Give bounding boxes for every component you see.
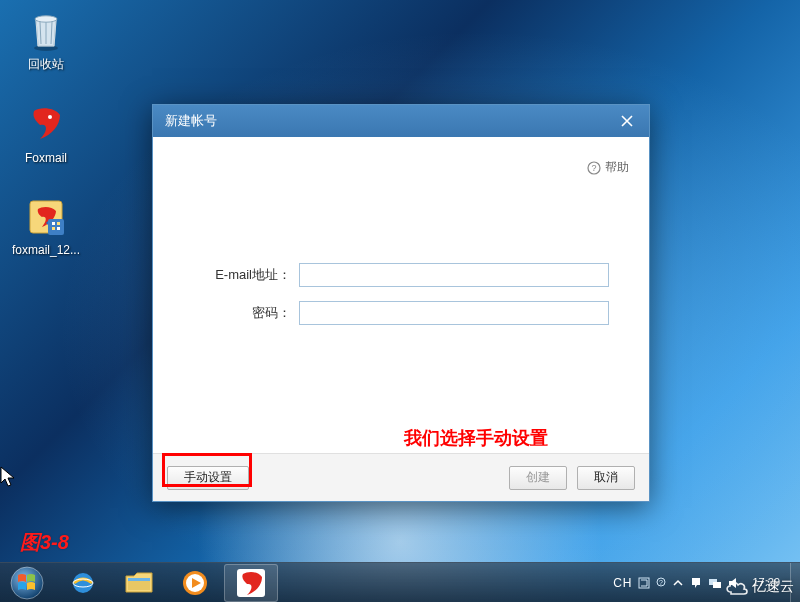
taskbar-item-media-player[interactable]: [168, 564, 222, 602]
svg-rect-23: [713, 582, 721, 588]
media-player-icon: [181, 569, 209, 597]
taskbar: CH ? 17:29: [0, 562, 800, 602]
desktop-icon-label: Foxmail: [25, 151, 67, 165]
svg-rect-8: [57, 227, 60, 230]
close-icon: [621, 115, 633, 127]
email-label: E-mail地址：: [193, 266, 299, 284]
help-icon: ?: [587, 161, 601, 175]
figure-label: 图3-8: [20, 529, 69, 556]
manual-setup-button[interactable]: 手动设置: [167, 466, 249, 490]
cancel-button[interactable]: 取消: [577, 466, 635, 490]
taskbar-item-ie[interactable]: [56, 564, 110, 602]
svg-rect-6: [57, 222, 60, 225]
email-input[interactable]: [299, 263, 609, 287]
dialog-title: 新建帐号: [165, 112, 217, 130]
ime-options-icon[interactable]: [638, 577, 650, 589]
action-center-icon[interactable]: [690, 577, 702, 589]
desktop-icon-foxmail-installer[interactable]: foxmail_12...: [6, 191, 86, 259]
desktop-icon-recycle-bin[interactable]: 回收站: [6, 4, 86, 75]
desktop-icon-area: 回收站 Foxmail foxmail_12...: [6, 4, 86, 259]
create-button[interactable]: 创建: [509, 466, 567, 490]
help-label: 帮助: [605, 159, 629, 176]
dialog-body: ? 帮助 E-mail地址： 密码： 手动设置 创建 取消: [153, 137, 649, 501]
form-row-password: 密码：: [193, 301, 609, 325]
svg-rect-5: [52, 222, 55, 225]
desktop-icon-label: 回收站: [28, 56, 64, 73]
desktop-icon-foxmail[interactable]: Foxmail: [6, 99, 86, 167]
foxmail-icon: [22, 101, 70, 149]
svg-rect-15: [128, 578, 150, 581]
installer-icon: [22, 193, 70, 241]
dialog-close-button[interactable]: [605, 105, 649, 137]
password-input[interactable]: [299, 301, 609, 325]
new-account-dialog: 新建帐号 ? 帮助 E-mail地址： 密码： 手动设置: [152, 104, 650, 502]
svg-rect-4: [48, 219, 64, 235]
taskbar-item-explorer[interactable]: [112, 564, 166, 602]
svg-text:?: ?: [591, 163, 596, 173]
recycle-bin-icon: [22, 6, 70, 54]
ime-indicator[interactable]: CH: [613, 576, 632, 590]
taskbar-item-foxmail[interactable]: [224, 564, 278, 602]
svg-point-1: [35, 16, 57, 22]
foxmail-icon: [237, 569, 265, 597]
form-row-email: E-mail地址：: [193, 263, 609, 287]
svg-point-2: [48, 115, 52, 119]
folder-icon: [124, 570, 154, 596]
ie-icon: [69, 569, 97, 597]
task-items: [54, 563, 278, 602]
password-label: 密码：: [193, 304, 299, 322]
desktop-icon-label: foxmail_12...: [12, 243, 80, 257]
network-icon[interactable]: [708, 577, 722, 589]
account-form: E-mail地址： 密码：: [193, 263, 609, 339]
watermark-text: 亿速云: [752, 578, 794, 596]
help-link[interactable]: ? 帮助: [587, 159, 629, 176]
dialog-button-bar: 手动设置 创建 取消: [153, 453, 649, 501]
cloud-icon: [724, 578, 750, 596]
tray-chevron-icon[interactable]: [672, 577, 684, 589]
svg-text:?: ?: [660, 579, 664, 586]
dialog-titlebar[interactable]: 新建帐号: [153, 105, 649, 137]
ime-help-icon[interactable]: ?: [656, 577, 666, 589]
watermark: 亿速云: [724, 578, 794, 596]
svg-rect-7: [52, 227, 55, 230]
windows-start-icon: [10, 566, 44, 600]
start-button[interactable]: [0, 563, 54, 602]
